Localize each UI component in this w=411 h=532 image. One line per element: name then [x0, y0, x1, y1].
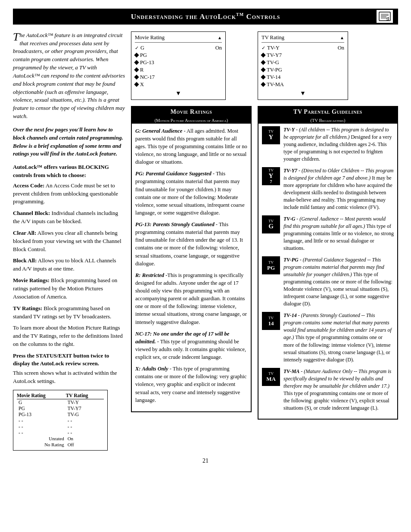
- rating-title: G: General Audience: [135, 128, 182, 134]
- item-label: TV-G: [267, 59, 279, 66]
- selector-item-tvy7[interactable]: TV-Y7: [262, 52, 344, 59]
- selector-item-pg13[interactable]: PG-13: [135, 59, 222, 66]
- badge-main: 14: [268, 320, 274, 326]
- item-label: G: [140, 45, 144, 51]
- table-row: PGTV-Y7: [17, 405, 104, 411]
- rating-title: PG-13: Parents Strongly Cautioned: [135, 221, 215, 227]
- selector-item-tvy[interactable]: ✓ TV-Y On: [262, 44, 344, 52]
- term-label: Block All:: [13, 257, 37, 264]
- terms-list: Access Code: An Access Code must be set …: [13, 182, 125, 321]
- selector-item-r[interactable]: R: [135, 66, 222, 74]
- selector-item-x[interactable]: X: [135, 81, 222, 88]
- badge-main: MA: [266, 376, 276, 382]
- tv-entry-text-ma: TV-MA - (Mature Audience Only -- This pr…: [283, 368, 394, 412]
- selector-item-tvg[interactable]: TV-G: [262, 59, 344, 66]
- selector-header: Movie Rating ▲: [135, 34, 222, 43]
- tv-badge-pg: TV PG: [262, 256, 280, 274]
- section-title: TV Parental Guidelines: [293, 109, 362, 115]
- selector-header: TV Rating ▲: [262, 34, 344, 43]
- autolock-heading: AutoLock™ offers various BLOCKING contro…: [13, 163, 125, 179]
- tv-title: TV-PG: [283, 257, 299, 263]
- selector-item-pg[interactable]: PG: [135, 52, 222, 59]
- rating-nc17: NC-17: No one under the age of 17 will b…: [135, 330, 247, 361]
- item-label: TV-PG: [267, 67, 282, 73]
- main-content: The AutoLock™ feature is an integrated c…: [13, 31, 398, 451]
- tv-guide-content: TV Y TV-Y - (All children -- This progra…: [258, 124, 397, 419]
- tv-title: TV-14: [283, 312, 297, 318]
- on-label: On: [215, 45, 222, 51]
- selector-item-tvpg[interactable]: TV-PG: [262, 66, 344, 74]
- tv-title: TV-MA: [283, 368, 299, 374]
- tv-rating-y: TV Y TV-Y - (All children -- This progra…: [262, 126, 394, 163]
- table-row: - -- -: [17, 417, 104, 423]
- status-desc: This screen shows what is activated with…: [13, 369, 125, 386]
- diamond-icon: [134, 82, 139, 87]
- selector-item-tvma[interactable]: TV-MA: [262, 81, 344, 88]
- table-row: Unrated On: [17, 436, 104, 442]
- tv-guidelines-section: TV Parental Guidelines (TV Broadcasters)…: [258, 106, 398, 420]
- selector-item-g[interactable]: ✓ G On: [135, 44, 222, 52]
- movie-ratings-subheader: (Motion Picture Association of America): [132, 117, 251, 124]
- rating-g: G: General Audience - All ages admitted.…: [135, 127, 247, 166]
- term-channel-block: Channel Block: Individual channels inclu…: [13, 209, 125, 226]
- diamond-icon: [261, 75, 265, 79]
- diamond-icon: [261, 82, 265, 87]
- selector-item-nc17[interactable]: NC-17: [135, 74, 222, 81]
- term-label: Clear All:: [13, 230, 36, 236]
- more-info-text: To learn more about the Motion Picture R…: [13, 324, 125, 348]
- table-row: GTV-Y: [17, 399, 104, 405]
- rating-title: R: Restricted: [135, 272, 164, 278]
- tv-subtitle: (Mature Audience Only -- This program is…: [283, 368, 391, 389]
- tv-entry-text-14: TV-14 - (Parents Strongly Cautioned -- T…: [283, 312, 394, 363]
- selector-item-tv14[interactable]: TV-14: [262, 74, 344, 81]
- movie-ratings-header: Movie Ratings: [132, 107, 251, 117]
- tv-badge-ma: TV MA: [262, 368, 280, 386]
- rating-table: Movie Rating TV Rating GTV-Y PGTV-Y7 PG-…: [17, 393, 104, 448]
- diamond-icon: [261, 53, 265, 57]
- table-row: - -- -: [17, 429, 104, 436]
- page-number: 21: [13, 457, 398, 464]
- table-row: PG-13TV-G: [17, 411, 104, 417]
- badge-sub: 7: [270, 179, 272, 184]
- rating-table-box: Movie Rating TV Rating GTV-Y PGTV-Y7 PG-…: [13, 390, 108, 451]
- rating-text: -This is programming is specifically des…: [135, 272, 247, 325]
- movie-ratings-content: G: General Audience - All ages admitted.…: [132, 124, 251, 411]
- term-block-all: Block All: Allows you to block ALL chann…: [13, 257, 125, 273]
- tv-rating-pg: TV PG TV-PG - (Parental Guidance Suggest…: [262, 256, 394, 308]
- section-title: Movie Ratings: [171, 109, 212, 115]
- checkmark-icon: ✓: [262, 45, 265, 51]
- movie-rating-selector[interactable]: Movie Rating ▲ ✓ G On PG PG-13 R: [131, 31, 226, 100]
- selector-footer: ▼: [262, 90, 344, 97]
- table-row: No Rating Off: [17, 442, 104, 448]
- tv-rating-y7: TV Y 7 TV-Y7 - (Directed to Older Childr…: [262, 167, 394, 211]
- tv-badge-y: TV Y: [262, 126, 280, 144]
- arrow-up-icon: ▲: [218, 35, 222, 40]
- tv-guidelines-header: TV Parental Guidelines: [258, 107, 397, 117]
- item-label: TV-Y: [267, 45, 280, 51]
- tv-body: This type of programming contains one or…: [283, 390, 389, 411]
- on-label: On: [338, 45, 344, 51]
- rating-title: PG: Parental Guidance Suggested: [135, 171, 212, 177]
- item-label: PG-13: [140, 59, 154, 66]
- bold-section: Over the next few pages you'll learn how…: [13, 126, 125, 158]
- rating-x: X: Adults Only - This type of programmin…: [135, 365, 247, 404]
- selector-footer: ▼: [135, 90, 222, 97]
- tv-badge-14: TV 14: [262, 312, 280, 330]
- tv-badge-g: TV G: [262, 215, 280, 233]
- tv-rating-g: TV G TV-G - (General Audience -- Most pa…: [262, 215, 394, 252]
- term-label: Channel Block:: [13, 210, 50, 216]
- left-column: The AutoLock™ feature is an integrated c…: [13, 31, 125, 451]
- tv-rating-selector[interactable]: TV Rating ▲ ✓ TV-Y On TV-Y7 TV-G TV-PG: [258, 31, 348, 100]
- tv-title: TV-Y7: [283, 168, 297, 174]
- tv-badge-y7: TV Y 7: [262, 167, 280, 185]
- item-label: X: [140, 81, 144, 88]
- middle-column: Movie Rating ▲ ✓ G On PG PG-13 R: [131, 31, 252, 417]
- term-label: Movie Ratings:: [13, 277, 50, 283]
- tv-entry-text-g: TV-G - (General Audience -- Most parents…: [283, 215, 394, 252]
- item-label: R: [140, 67, 143, 73]
- tv-rating-ma: TV MA TV-MA - (Mature Audience Only -- T…: [262, 368, 394, 412]
- right-column: TV Rating ▲ ✓ TV-Y On TV-Y7 TV-G TV-PG: [258, 31, 398, 424]
- diamond-icon: [134, 53, 139, 57]
- diamond-icon: [261, 67, 265, 72]
- tv-guidelines-subheader: (TV Broadcasters): [258, 117, 397, 124]
